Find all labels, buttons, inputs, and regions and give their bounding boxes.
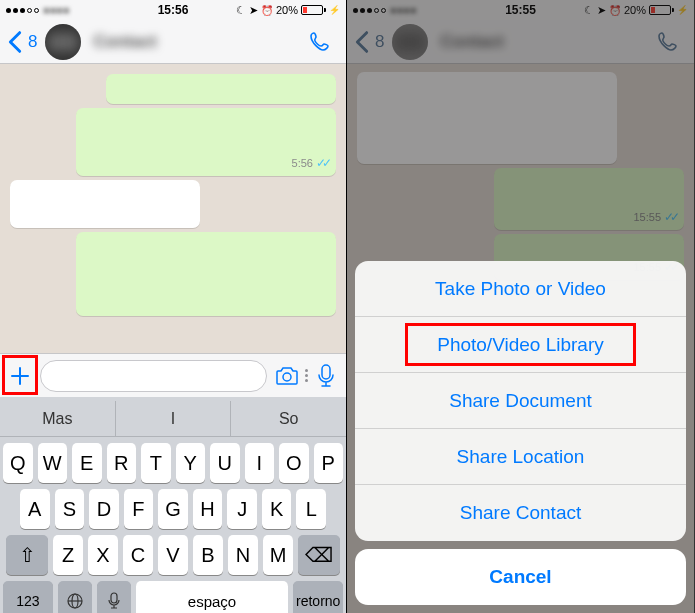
key-g[interactable]: G (158, 489, 188, 529)
message-out[interactable] (106, 74, 336, 104)
key-m[interactable]: M (263, 535, 293, 575)
key-space[interactable]: espaço (136, 581, 289, 613)
suggestion[interactable]: So (231, 401, 346, 436)
svg-point-2 (283, 373, 291, 381)
key-row-4: 123 espaço retorno (0, 575, 346, 613)
action-cancel-button[interactable]: Cancel (355, 549, 686, 605)
read-checks-icon: ✓✓ (316, 156, 328, 170)
suggestion[interactable]: Mas (0, 401, 116, 436)
contact-name[interactable]: Contact (93, 32, 302, 52)
key-dictation-icon[interactable] (97, 581, 131, 613)
attach-plus-button[interactable] (6, 362, 34, 390)
microphone-icon[interactable] (312, 362, 340, 390)
back-chevron-icon[interactable] (8, 30, 22, 54)
action-share-location[interactable]: Share Location (355, 429, 686, 485)
attachment-action-sheet: Take Photo or Video Photo/Video Library … (355, 261, 686, 605)
kebab-menu-icon[interactable] (305, 369, 308, 382)
status-bar: ■■■■ 15:56 ☾ ➤ ⏰ 20% ⚡ (0, 0, 346, 20)
action-photo-video-library[interactable]: Photo/Video Library (355, 317, 686, 373)
keyboard-suggestions: Mas I So (0, 401, 346, 437)
key-row-1: Q W E R T Y U I O P (0, 437, 346, 483)
message-text-input[interactable] (40, 360, 267, 392)
svg-rect-7 (111, 593, 117, 603)
key-backspace[interactable]: ⌫ (298, 535, 340, 575)
key-p[interactable]: P (314, 443, 344, 483)
message-in[interactable] (10, 180, 200, 228)
key-x[interactable]: X (88, 535, 118, 575)
key-y[interactable]: Y (176, 443, 206, 483)
back-count[interactable]: 8 (28, 32, 37, 52)
key-f[interactable]: F (124, 489, 154, 529)
key-u[interactable]: U (210, 443, 240, 483)
phone-screenshot-right: ■■■■ 15:55 ☾ ➤ ⏰ 20% ⚡ 8 Contact 15:55✓✓ (347, 0, 694, 613)
key-r[interactable]: R (107, 443, 137, 483)
suggestion[interactable]: I (116, 401, 232, 436)
key-z[interactable]: Z (53, 535, 83, 575)
message-out[interactable]: 5:56✓✓ (76, 108, 336, 176)
status-left: ■■■■ (6, 4, 70, 16)
key-n[interactable]: N (228, 535, 258, 575)
svg-rect-3 (322, 365, 330, 379)
key-q[interactable]: Q (3, 443, 33, 483)
key-shift[interactable]: ⇧ (6, 535, 48, 575)
key-a[interactable]: A (20, 489, 50, 529)
phone-screenshot-left: ■■■■ 15:56 ☾ ➤ ⏰ 20% ⚡ 8 Contact 5: (0, 0, 347, 613)
avatar[interactable] (45, 24, 81, 60)
status-time: 15:56 (158, 3, 189, 17)
battery-percent: 20% (276, 4, 298, 16)
key-row-3: ⇧ Z X C V B N M ⌫ (0, 529, 346, 575)
action-share-document[interactable]: Share Document (355, 373, 686, 429)
key-s[interactable]: S (55, 489, 85, 529)
action-sheet-group: Take Photo or Video Photo/Video Library … (355, 261, 686, 541)
key-numbers[interactable]: 123 (3, 581, 53, 613)
action-label: Photo/Video Library (437, 334, 604, 356)
camera-icon[interactable] (273, 362, 301, 390)
key-o[interactable]: O (279, 443, 309, 483)
key-d[interactable]: D (89, 489, 119, 529)
key-v[interactable]: V (158, 535, 188, 575)
do-not-disturb-icon: ☾ (236, 4, 246, 17)
key-l[interactable]: L (296, 489, 326, 529)
ios-keyboard[interactable]: Mas I So Q W E R T Y U I O P A S D F G H… (0, 397, 346, 613)
key-globe-icon[interactable] (58, 581, 92, 613)
alarm-icon: ⏰ (261, 5, 273, 16)
key-b[interactable]: B (193, 535, 223, 575)
key-return[interactable]: retorno (293, 581, 343, 613)
key-k[interactable]: K (262, 489, 292, 529)
action-take-photo-video[interactable]: Take Photo or Video (355, 261, 686, 317)
battery-icon (301, 5, 326, 15)
action-share-contact[interactable]: Share Contact (355, 485, 686, 541)
key-h[interactable]: H (193, 489, 223, 529)
message-out[interactable] (76, 232, 336, 316)
status-right: ☾ ➤ ⏰ 20% ⚡ (236, 4, 340, 17)
key-i[interactable]: I (245, 443, 275, 483)
key-w[interactable]: W (38, 443, 68, 483)
key-c[interactable]: C (123, 535, 153, 575)
message-time: 5:56 (292, 157, 313, 169)
key-e[interactable]: E (72, 443, 102, 483)
key-t[interactable]: T (141, 443, 171, 483)
charging-icon: ⚡ (329, 5, 340, 15)
carrier-label: ■■■■ (43, 4, 70, 16)
signal-dots (6, 8, 39, 13)
nav-bar: 8 Contact (0, 20, 346, 64)
message-input-bar (0, 353, 346, 397)
key-j[interactable]: J (227, 489, 257, 529)
key-row-2: A S D F G H J K L (0, 483, 346, 529)
location-arrow-icon: ➤ (249, 4, 258, 17)
call-icon[interactable] (308, 30, 338, 54)
